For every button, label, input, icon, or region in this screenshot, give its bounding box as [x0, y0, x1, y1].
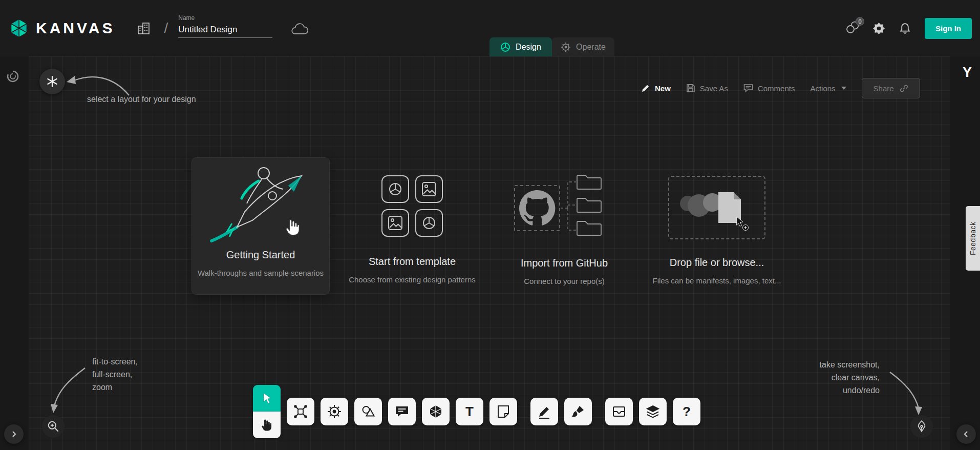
- design-canvas[interactable]: select a layout for your design New Save…: [0, 56, 980, 450]
- top-header: KANVAS / Name: [0, 0, 980, 56]
- pan-hand-tool[interactable]: [253, 412, 281, 438]
- card-title: Start from template: [369, 256, 456, 268]
- actions-dropdown[interactable]: Actions: [810, 84, 846, 93]
- card-title: Getting Started: [226, 249, 295, 261]
- shapes-tool[interactable]: [354, 398, 382, 425]
- organization-icon[interactable]: [136, 21, 152, 36]
- kanvas-logo-icon: [8, 17, 30, 39]
- design-name-label: Name: [178, 14, 272, 22]
- drop-zone[interactable]: [668, 176, 765, 239]
- zoom-button[interactable]: [42, 415, 65, 438]
- save-icon: [686, 84, 695, 93]
- image-icon: [415, 175, 443, 203]
- sticky-note-icon: [496, 404, 511, 419]
- layer5-logo[interactable]: Y: [963, 65, 972, 80]
- settings-gear-icon[interactable]: [872, 22, 885, 35]
- template-icons: [381, 175, 443, 237]
- github-import-illustration: [512, 173, 617, 241]
- text-tool[interactable]: T: [456, 398, 483, 425]
- components-tool[interactable]: [287, 398, 314, 425]
- feedback-tab[interactable]: Feedback: [966, 206, 980, 271]
- components-icon: [293, 404, 308, 419]
- aperture-icon: [381, 175, 410, 203]
- operate-tab-icon: [561, 42, 571, 52]
- pencil-edit-icon: [537, 404, 552, 419]
- kubernetes-tool[interactable]: [321, 398, 348, 425]
- layout-hint-text: select a layout for your design: [87, 93, 196, 106]
- note-tool[interactable]: [489, 398, 517, 425]
- kanvas-logo[interactable]: KANVAS: [8, 17, 115, 39]
- expand-left-panel-button[interactable]: [4, 424, 24, 444]
- design-name-field: Name: [178, 14, 272, 38]
- rocket-illustration: [201, 162, 320, 248]
- image-icon: [381, 209, 410, 237]
- credits-count-badge: 0: [856, 17, 864, 26]
- bottom-right-arrow: [885, 368, 932, 419]
- hand-icon: [260, 418, 273, 432]
- chevron-left-icon: [963, 431, 970, 438]
- card-title: Import from GitHub: [521, 257, 608, 269]
- card-subtitle: Connect to your repo(s): [524, 277, 605, 285]
- layers-tool[interactable]: [639, 398, 667, 425]
- layout-selector-button[interactable]: [39, 69, 65, 94]
- drop-file-card[interactable]: Drop file or browse... Files can be mani…: [635, 176, 799, 285]
- link-icon: [900, 84, 908, 93]
- annotate-pen-tool[interactable]: [530, 398, 558, 425]
- notifications-bell-icon[interactable]: [899, 22, 911, 35]
- comment-icon: [394, 404, 410, 419]
- kanvas-app: KANVAS / Name: [0, 0, 980, 450]
- tab-design[interactable]: Design: [489, 37, 552, 56]
- share-label: Share: [874, 84, 894, 93]
- card-subtitle: Choose from existing design patterns: [349, 275, 476, 284]
- draw-brush-tool[interactable]: [564, 398, 592, 425]
- meshery-icon: [428, 404, 443, 419]
- comment-tool[interactable]: [388, 398, 416, 425]
- drawer-tool[interactable]: [605, 398, 633, 425]
- mode-tabs: Design Operate: [489, 37, 614, 56]
- new-label: New: [655, 84, 671, 93]
- brush-icon: [570, 404, 586, 419]
- bottom-left-arrow: [44, 364, 95, 417]
- pencil-icon: [641, 84, 650, 93]
- comments-button[interactable]: Comments: [743, 84, 795, 93]
- select-cursor-tool[interactable]: [253, 385, 281, 412]
- design-tab-icon: [500, 42, 510, 52]
- credits-icon[interactable]: 0: [845, 21, 859, 35]
- getting-started-card[interactable]: Getting Started Walk-throughs and sample…: [192, 158, 329, 294]
- loading-spinner-icon: [6, 70, 19, 83]
- new-design-button[interactable]: New: [641, 84, 671, 93]
- helm-wheel-icon: [327, 404, 342, 419]
- card-title: Drop file or browse...: [670, 257, 764, 269]
- pen-tool-button[interactable]: [910, 415, 933, 438]
- bottom-left-hint: fit-to-screen, full-screen, zoom: [92, 356, 138, 394]
- meshery-tool[interactable]: [422, 398, 450, 425]
- collapse-right-panel-button[interactable]: [956, 424, 976, 444]
- drawer-icon: [611, 404, 627, 419]
- drop-file-illustration: [669, 177, 764, 238]
- aperture-icon: [415, 209, 443, 237]
- share-button[interactable]: Share: [862, 78, 920, 98]
- comments-icon: [743, 84, 753, 93]
- cloud-sync-icon[interactable]: [291, 23, 308, 36]
- canvas-action-bar: New Save As Comments Actions Share: [641, 78, 920, 98]
- actions-label: Actions: [810, 84, 835, 93]
- layers-icon: [645, 404, 661, 419]
- logo-wordmark: KANVAS: [36, 19, 115, 37]
- sign-in-button[interactable]: Sign In: [925, 18, 972, 39]
- comments-label: Comments: [758, 84, 795, 93]
- chevron-right-icon: [10, 431, 17, 438]
- tab-operate[interactable]: Operate: [552, 37, 614, 56]
- help-tool[interactable]: ?: [673, 398, 700, 425]
- import-from-github-card[interactable]: Import from GitHub Connect to your repo(…: [487, 173, 641, 285]
- tool-dock: T: [253, 385, 700, 438]
- text-tool-glyph: T: [465, 405, 474, 418]
- save-as-label: Save As: [700, 84, 728, 93]
- start-from-template-card[interactable]: Start from template Choose from existing…: [340, 175, 484, 284]
- save-as-button[interactable]: Save As: [686, 84, 728, 93]
- operate-tab-label: Operate: [576, 43, 606, 52]
- breadcrumb-separator: /: [164, 20, 168, 36]
- chevron-down-icon: [841, 87, 846, 90]
- bottom-right-hint: take screenshot, clear canvas, undo/redo: [820, 359, 880, 397]
- card-subtitle: Walk-throughs and sample scenarios: [198, 269, 324, 277]
- design-name-input[interactable]: [178, 23, 272, 38]
